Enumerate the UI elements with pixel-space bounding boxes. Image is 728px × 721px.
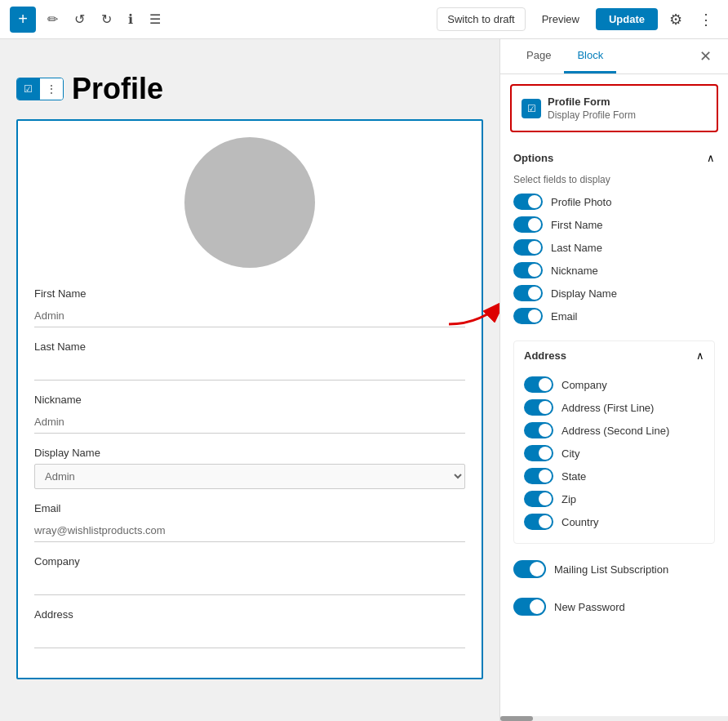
toggle-city: City: [524, 445, 704, 461]
email-label: Email: [34, 502, 465, 514]
email-field: Email: [34, 502, 465, 542]
toggle-country-switch[interactable]: [524, 514, 553, 530]
tab-block[interactable]: Block: [564, 39, 616, 73]
toggle-email-label: Email: [551, 310, 578, 323]
toggle-email: Email: [513, 308, 715, 324]
address-collapse-icon[interactable]: ∧: [696, 349, 704, 362]
redo-button[interactable]: ↻: [96, 7, 117, 32]
toggle-city-switch[interactable]: [524, 445, 553, 461]
editor-area: ☑ ⋮ Profile First Name: [0, 39, 499, 721]
first-name-input[interactable]: [34, 305, 465, 327]
block-card: ☑ Profile Form Display Profile Form: [510, 84, 718, 132]
toggle-state: State: [524, 468, 704, 484]
toggle-nickname-label: Nickname: [551, 265, 598, 277]
toggle-address-first: Address (First Line): [524, 399, 704, 416]
profile-photo-area: [34, 137, 465, 268]
toggle-city-label: City: [562, 447, 579, 460]
toggle-last-name: Last Name: [513, 239, 715, 256]
company-field: Company: [34, 555, 465, 595]
mailing-list-toggle[interactable]: [513, 560, 546, 578]
options-header: Options ∧: [513, 152, 715, 164]
switch-to-draft-button[interactable]: Switch to draft: [437, 7, 525, 31]
add-block-button[interactable]: +: [10, 7, 36, 33]
last-name-label: Last Name: [34, 340, 465, 353]
toggle-email-switch[interactable]: [513, 308, 543, 324]
email-input[interactable]: [34, 519, 465, 542]
toggle-state-label: State: [562, 470, 586, 483]
tab-page[interactable]: Page: [513, 39, 564, 73]
toggle-display-name-label: Display Name: [551, 287, 617, 300]
toggle-last-name-switch[interactable]: [513, 239, 543, 256]
options-section: Options ∧ Select fields to display Profi…: [500, 142, 728, 340]
block-card-header: ☑ Profile Form Display Profile Form: [522, 96, 707, 121]
preview-button[interactable]: Preview: [532, 8, 589, 30]
toggle-address-second: Address (Second Line): [524, 422, 704, 438]
options-title: Options: [513, 152, 553, 164]
edit-button[interactable]: ✏: [42, 7, 63, 32]
profile-form-icon: ☑: [527, 103, 536, 114]
block-card-title: Profile Form: [548, 96, 636, 108]
toggle-display-name-switch[interactable]: [513, 285, 543, 301]
info-button[interactable]: ℹ: [123, 7, 138, 32]
close-icon: ✕: [699, 48, 712, 65]
block-checkmark-icon: ☑: [24, 83, 33, 95]
address-content: Company Address (First Line) Address (Se…: [514, 370, 714, 543]
address-header[interactable]: Address ∧: [514, 341, 714, 370]
toggle-company-switch[interactable]: [524, 376, 553, 393]
toggle-display-name: Display Name: [513, 285, 715, 301]
toggle-nickname: Nickname: [513, 262, 715, 278]
toggle-first-name-switch[interactable]: [513, 216, 543, 233]
block-type-button[interactable]: ☑: [17, 78, 39, 100]
display-name-field: Display Name Admin: [34, 447, 465, 489]
toggle-nickname-switch[interactable]: [513, 262, 543, 278]
profile-photo-circle: [184, 137, 315, 268]
toolbar-left: + ✏ ↺ ↻ ℹ ☰: [10, 7, 166, 33]
more-options-button[interactable]: ⋮: [694, 6, 718, 33]
nickname-field: Nickname: [34, 394, 465, 434]
address-input[interactable]: [34, 625, 465, 648]
new-password-toggle[interactable]: [513, 598, 546, 616]
nickname-label: Nickname: [34, 394, 465, 406]
toggle-first-name-label: First Name: [551, 219, 603, 231]
toggle-address-second-switch[interactable]: [524, 422, 553, 438]
display-name-select[interactable]: Admin: [34, 464, 465, 489]
toolbar: + ✏ ↺ ↻ ℹ ☰ Switch to draft Preview Upda…: [0, 0, 728, 39]
toggle-profile-photo-switch[interactable]: [513, 194, 543, 210]
nickname-input[interactable]: [34, 411, 465, 434]
sidebar-close-button[interactable]: ✕: [696, 44, 715, 69]
block-card-subtitle: Display Profile Form: [548, 109, 636, 121]
toggle-last-name-label: Last Name: [551, 242, 602, 254]
undo-button[interactable]: ↺: [69, 7, 90, 32]
options-collapse-icon[interactable]: ∧: [707, 152, 715, 164]
new-password-row: New Password: [500, 591, 728, 622]
info-icon: ℹ: [128, 11, 133, 27]
toggle-address-first-switch[interactable]: [524, 399, 553, 416]
address-section: Address ∧ Company Address (First Line) A…: [513, 340, 715, 544]
update-button[interactable]: Update: [596, 8, 658, 30]
company-input[interactable]: [34, 572, 465, 595]
last-name-field: Last Name: [34, 340, 465, 381]
new-password-label: New Password: [554, 601, 625, 613]
list-icon: ☰: [149, 11, 161, 27]
settings-button[interactable]: ⚙: [664, 6, 687, 33]
toolbar-right: Switch to draft Preview Update ⚙ ⋮: [437, 6, 718, 33]
toggle-profile-photo: Profile Photo: [513, 194, 715, 210]
address-label: Address: [34, 608, 465, 621]
sidebar-header: Page Block ✕: [500, 39, 728, 74]
options-subtitle: Select fields to display: [513, 174, 715, 185]
toggle-zip: Zip: [524, 491, 704, 507]
block-mini-toolbar: ☑ ⋮: [16, 78, 64, 100]
toggle-address-first-label: Address (First Line): [562, 402, 654, 414]
toggle-country: Country: [524, 514, 704, 530]
mailing-list-row: Mailing List Subscription: [500, 554, 728, 585]
toggle-company: Company: [524, 376, 704, 393]
first-name-label: First Name: [34, 287, 465, 300]
block-more-button[interactable]: ⋮: [39, 78, 63, 100]
last-name-input[interactable]: [34, 358, 465, 381]
scroll-indicator: [500, 716, 728, 721]
toggle-zip-switch[interactable]: [524, 491, 553, 507]
toggle-state-switch[interactable]: [524, 468, 553, 484]
list-view-button[interactable]: ☰: [144, 7, 166, 32]
first-name-field: First Name: [34, 287, 465, 327]
ellipsis-icon: ⋮: [699, 11, 713, 29]
